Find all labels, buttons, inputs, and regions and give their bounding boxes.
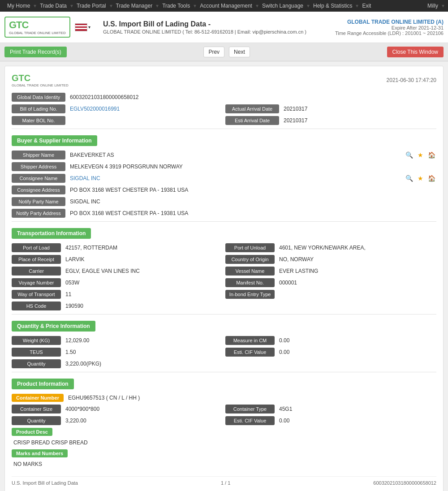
nav-trade-portal[interactable]: Trade Portal (73, 3, 110, 9)
esti-cif-value-1: 0.00 (277, 348, 291, 356)
mater-bol-label: Mater BOL No. (12, 116, 65, 125)
hs-code-row: HS Code 190590 (12, 301, 436, 310)
nav-trade-data[interactable]: Trade Data (36, 3, 70, 9)
vessel-name-label: Vessel Name (225, 267, 275, 276)
notify-party-address-row: Notify Party Address PO BOX 3168 WEST CH… (12, 209, 436, 218)
manifest-no-label: Manifest No. (225, 278, 275, 287)
flag-dropdown-icon[interactable]: ▾ (88, 25, 90, 30)
weight-kg-value: 12,029.00 (64, 336, 223, 345)
consignee-address-value: PO BOX 3168 WEST CHESTER PA - 19381 USA (68, 186, 436, 194)
header-bar: GTC GLOBAL TRADE ONLINE LIMITED ▾ U.S. I… (0, 12, 448, 43)
consignee-address-row: Consignee Address PO BOX 3168 WEST CHEST… (12, 185, 436, 194)
record-card: GTC GLOBAL TRADE ONLINE LIMITED 2021-06-… (4, 66, 444, 491)
voyage-number-value: 053W (64, 279, 223, 287)
main-content: GTC GLOBAL TRADE ONLINE LIMITED 2021-06-… (0, 61, 448, 491)
close-button[interactable]: Close This Window (387, 47, 444, 57)
nav-exit[interactable]: Exit (358, 3, 375, 9)
quantity-value: 3,220.00(PKG) (64, 360, 436, 368)
buyer-supplier-section-header: Buyer & Supplier Information (12, 133, 436, 151)
notify-party-address-label: Notify Party Address (12, 209, 65, 218)
record-timestamp: 2021-06-30 17:47:20 (387, 77, 436, 83)
mater-bol-value (68, 120, 223, 121)
consignee-star-icon[interactable]: ★ (417, 175, 424, 182)
record-footer-left: U.S. Import Bill of Lading Data (12, 480, 78, 486)
nav-account-management[interactable]: Account Management (196, 3, 256, 9)
prev-button[interactable]: Prev (203, 47, 224, 57)
nav-help-statistics[interactable]: Help & Statistics (310, 3, 356, 9)
actual-arrival-label: Actual Arrival Date (225, 104, 279, 113)
container-type-label: Container Type (225, 405, 275, 413)
record-footer: U.S. Import Bill of Lading Data 1 / 1 60… (12, 476, 436, 486)
port-of-load-label: Port of Load (12, 243, 61, 252)
us-flag (75, 23, 87, 31)
hs-code-value: 190590 (64, 302, 436, 310)
voyage-number-label: Voyage Number (12, 278, 61, 287)
notify-party-name-row: Notify Party Name SIGDAL INC (12, 197, 436, 206)
buyer-supplier-label: Buyer & Supplier Information (12, 135, 97, 146)
hs-code-label: HS Code (12, 301, 61, 310)
record-footer-id: 60032021031800000658012 (373, 480, 436, 486)
marks-numbers-row: NO MARKS (12, 460, 436, 471)
consignee-name-value: SIGDAL INC (68, 174, 402, 182)
voyage-manifest-row: Voyage Number 053W Manifest No. 000001 (12, 278, 436, 287)
nav-my-home[interactable]: My Home (4, 3, 34, 9)
weight-measure-row: Weight (KG) 12,029.00 Measure in CM 0.00 (12, 336, 436, 345)
esti-cif-label-2: Esti. CIF Value (225, 416, 275, 425)
measure-in-cm-value: 0.00 (277, 336, 291, 345)
nav-trade-tools[interactable]: Trade Tools (159, 3, 194, 9)
next-button[interactable]: Next (229, 47, 250, 57)
country-of-origin-value: NO, NORWAY (277, 255, 315, 263)
print-button[interactable]: Print Trade Record(s) (4, 47, 67, 57)
shipper-star-icon[interactable]: ★ (417, 151, 424, 159)
quantity2-cif2-row: Quantity 3,220.00 Esti. CIF Value 0.00 (12, 416, 436, 425)
place-of-receipt-value: LARVIK (64, 255, 223, 263)
consignee-home-icon[interactable]: 🏠 (427, 175, 436, 182)
bol-row: Bill of Lading No. EGLV502000016991 Actu… (12, 104, 436, 113)
shipper-name-label: Shipper Name (12, 151, 65, 159)
quantity-label: Quantity (12, 359, 61, 368)
record-logo-subtitle: GLOBAL TRADE ONLINE LIMITED (12, 83, 69, 87)
port-of-load-value: 42157, ROTTERDAM (64, 244, 223, 252)
consignee-name-label: Consignee Name (12, 174, 65, 183)
nav-trade-manager[interactable]: Trade Manager (112, 3, 156, 9)
header-right: GLOBAL TRADE ONLINE LIMITED (A) Expire A… (335, 19, 444, 36)
teus-cif-row: TEUS 1.50 Esti. CIF Value 0.00 (12, 348, 436, 357)
country-of-origin-label: Country of Origin (225, 255, 275, 264)
logo-area: GTC GLOBAL TRADE ONLINE LIMITED ▾ (4, 17, 94, 38)
esti-arrival-label: Esti Arrival Date (225, 116, 279, 125)
measure-in-cm-label: Measure in CM (225, 336, 275, 345)
mater-bol-row: Mater BOL No. Esti Arrival Date 20210317 (12, 116, 436, 125)
bill-of-lading-value: EGLV502000016991 (68, 105, 223, 113)
marks-numbers-header-row: Marks and Numbers (12, 449, 436, 457)
esti-cif-value-2: 0.00 (277, 417, 291, 425)
container-number-label: Container Number (12, 394, 64, 402)
logo-text: GTC (9, 19, 28, 30)
notify-party-address-value: PO BOX 3168 WEST CHESTER PA - 19381 USA (68, 209, 436, 217)
top-toolbar: Print Trade Record(s) Prev Next Close Th… (0, 43, 448, 61)
nav-switch-language[interactable]: Switch Language (258, 3, 307, 9)
teus-value: 1.50 (64, 348, 223, 356)
container-size-label: Container Size (12, 405, 61, 413)
consignee-search-icon[interactable]: 🔍 (405, 175, 414, 182)
actual-arrival-value: 20210317 (282, 105, 309, 113)
notify-party-name-value: SIGDAL INC (68, 198, 436, 206)
global-data-identity-label: Global Data Identity (12, 93, 65, 102)
weight-kg-label: Weight (KG) (12, 336, 61, 345)
quantity-price-label: Quantity & Price Information (12, 321, 95, 332)
header-subtitle: GLOBAL TRADE ONLINE LIMITED ( Tel: 86-51… (103, 29, 326, 34)
way-of-transport-value: 11 (64, 290, 223, 298)
transportation-label: Transportation Information (12, 228, 91, 239)
product-desc-value: CRISP BREAD CRISP BREAD (13, 439, 88, 446)
shipper-name-row: Shipper Name BAKEVERKET AS 🔍 ★ 🏠 (12, 151, 436, 159)
carrier-label: Carrier (12, 267, 61, 276)
logo-subtitle: GLOBAL TRADE ONLINE LIMITED (9, 31, 66, 35)
shipper-search-icon[interactable]: 🔍 (405, 151, 414, 159)
record-header: GTC GLOBAL TRADE ONLINE LIMITED 2021-06-… (12, 73, 436, 87)
teus-label: TEUS (12, 348, 61, 357)
shipper-home-icon[interactable]: 🏠 (427, 151, 436, 159)
esti-cif-label-1: Esti. CIF Value (225, 348, 275, 357)
product-desc-label: Product Desc (12, 428, 52, 436)
global-data-identity-value: 60032021031800000658012 (68, 93, 436, 101)
marks-numbers-value: NO MARKS (13, 461, 42, 467)
product-info-section-header: Product Information (12, 376, 436, 394)
